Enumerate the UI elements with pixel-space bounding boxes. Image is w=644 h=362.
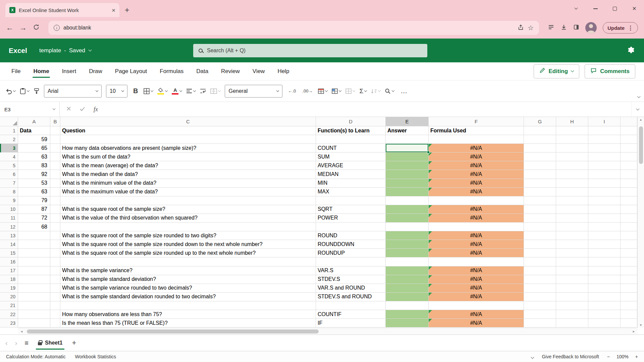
cell-F21[interactable] [429, 301, 524, 310]
comments-button[interactable]: Comments [585, 64, 635, 78]
cell-C22[interactable]: How many observations are less than 75? [60, 310, 316, 319]
cell-G23[interactable] [524, 319, 556, 327]
select-all-corner[interactable] [0, 117, 18, 126]
cell-F12[interactable] [429, 223, 524, 231]
sheet-tab-sheet1[interactable]: Sheet1 [36, 335, 64, 351]
font-color-chevron-down-icon[interactable] [179, 89, 182, 92]
cell-A3[interactable]: 65 [18, 144, 50, 153]
cell-B2[interactable] [50, 135, 60, 144]
sort-chevron-down-icon[interactable] [378, 89, 381, 92]
cell-D5[interactable]: AVERAGE [316, 161, 386, 170]
all-sheets-menu-icon[interactable]: ≡ [24, 340, 29, 346]
cell-A18[interactable] [18, 275, 50, 284]
find-chevron-down-icon[interactable] [392, 89, 394, 92]
cell-A7[interactable]: 53 [18, 179, 50, 188]
site-info-icon[interactable]: i [54, 25, 60, 31]
cell-F3[interactable]: #N/A [429, 144, 524, 153]
cell-G14[interactable] [524, 240, 556, 249]
cell-H3[interactable] [556, 144, 588, 153]
cell-A13[interactable] [18, 231, 50, 240]
cell-I12[interactable] [588, 223, 621, 231]
vertical-scroll-thumb[interactable] [639, 126, 643, 164]
number-format-select[interactable]: General [225, 85, 282, 98]
search-input[interactable] [207, 48, 422, 54]
cell-I11[interactable] [588, 214, 621, 223]
menu-tab-view[interactable]: View [253, 62, 265, 80]
cell-F19[interactable]: #N/A [429, 284, 524, 293]
cell-H1[interactable] [556, 126, 588, 135]
cell-I15[interactable] [588, 249, 621, 257]
cell-I10[interactable] [588, 205, 621, 214]
cell-H14[interactable] [556, 240, 588, 249]
cell-I3[interactable] [588, 144, 621, 153]
cell-F17[interactable]: #N/A [429, 266, 524, 275]
settings-gear-icon[interactable] [627, 46, 635, 55]
formula-bar-expand-chevron-icon[interactable] [631, 102, 644, 117]
zoom-in-icon[interactable]: + [635, 354, 638, 359]
cell-E17[interactable] [386, 266, 429, 275]
cell-C5[interactable]: What is the mean (average) of the data? [60, 161, 316, 170]
cell-D7[interactable]: MIN [316, 179, 386, 188]
cell-B10[interactable] [50, 205, 60, 214]
cell-E5[interactable] [386, 161, 429, 170]
conditional-formatting-button[interactable] [332, 88, 341, 94]
row-header-1[interactable]: 1 [0, 126, 18, 135]
row-header-7[interactable]: 7 [0, 179, 18, 188]
cell-E11[interactable] [386, 214, 429, 223]
cell-H11[interactable] [556, 214, 588, 223]
cell-I6[interactable] [588, 170, 621, 179]
cell-F23[interactable]: #N/A [429, 319, 524, 327]
cell-E10[interactable] [386, 205, 429, 214]
horizontal-scroll-thumb[interactable] [27, 329, 319, 334]
undo-button[interactable] [5, 88, 15, 94]
cell-G3[interactable] [524, 144, 556, 153]
next-sheet-icon[interactable]: › [15, 340, 17, 346]
cell-E23[interactable] [386, 319, 429, 327]
cell-A5[interactable]: 83 [18, 161, 50, 170]
increase-decimal-button[interactable]: .00→ [301, 88, 314, 94]
cell-I18[interactable] [588, 275, 621, 284]
cell-I8[interactable] [588, 188, 621, 196]
menu-tab-review[interactable]: Review [221, 62, 240, 80]
row-header-23[interactable]: 23 [0, 319, 18, 327]
row-header-12[interactable]: 12 [0, 223, 18, 231]
format-painter-button[interactable] [34, 88, 40, 94]
cell-E8[interactable] [386, 188, 429, 196]
cell-F8[interactable]: #N/A [429, 188, 524, 196]
cell-D1[interactable]: Function(s) to Learn [316, 126, 386, 135]
cell-B15[interactable] [50, 249, 60, 257]
cell-H8[interactable] [556, 188, 588, 196]
refresh-icon[interactable] [33, 24, 40, 32]
font-size-chevron-down-icon[interactable] [121, 89, 124, 92]
cell-C2[interactable] [60, 135, 316, 144]
prev-sheet-icon[interactable]: ‹ [5, 340, 8, 346]
font-color-button[interactable]: A [172, 87, 182, 95]
zoom-out-icon[interactable]: − [607, 354, 610, 359]
search-box[interactable] [193, 44, 427, 57]
cell-E20[interactable] [386, 293, 429, 301]
scroll-left-icon[interactable]: ◄ [20, 328, 23, 335]
cell-G2[interactable] [524, 135, 556, 144]
cell-G12[interactable] [524, 223, 556, 231]
cell-C11[interactable]: What is the value of the third observati… [60, 214, 316, 223]
row-header-11[interactable]: 11 [0, 214, 18, 223]
cell-F20[interactable]: #N/A [429, 293, 524, 301]
cell-B3[interactable] [50, 144, 60, 153]
cell-B6[interactable] [50, 170, 60, 179]
cell-I5[interactable] [588, 161, 621, 170]
address-bar[interactable]: i about:blank ☆ [48, 21, 539, 35]
cell-F1[interactable]: Formula Used [429, 126, 524, 135]
cell-D4[interactable]: SUM [316, 153, 386, 161]
cell-F15[interactable]: #N/A [429, 249, 524, 257]
cell-A2[interactable]: 59 [18, 135, 50, 144]
editing-mode-button[interactable]: Editing [534, 64, 580, 78]
horizontal-scrollbar[interactable]: ◄ ► [18, 328, 637, 335]
cell-A16[interactable] [18, 257, 50, 266]
row-header-14[interactable]: 14 [0, 240, 18, 249]
cell-B16[interactable] [50, 257, 60, 266]
downloads-icon[interactable] [560, 24, 567, 32]
row-header-10[interactable]: 10 [0, 205, 18, 214]
cell-G7[interactable] [524, 179, 556, 188]
cell-F9[interactable] [429, 196, 524, 205]
cell-H22[interactable] [556, 310, 588, 319]
